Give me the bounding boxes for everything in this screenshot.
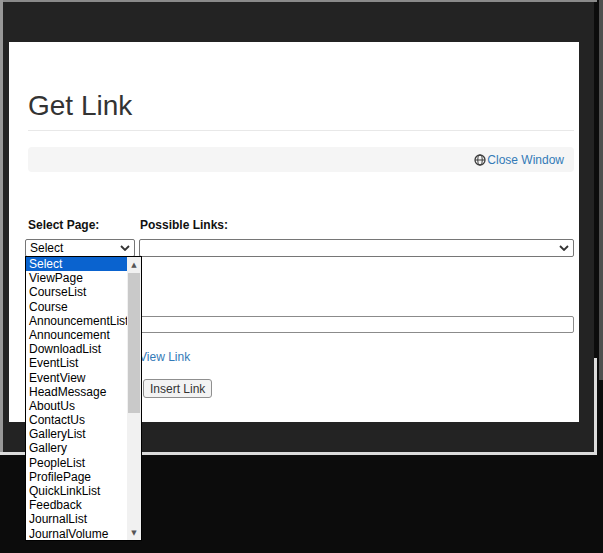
scrollbar-down-arrow-icon[interactable]: ▼ (127, 525, 141, 540)
select-page-value: Select (30, 241, 120, 255)
possible-links-label: Possible Links: (140, 218, 228, 232)
dropdown-option[interactable]: EventView (26, 371, 127, 385)
dropdown-option[interactable]: AnnouncementList (26, 314, 127, 328)
window-frame-left (0, 0, 3, 453)
scrollbar-up-arrow-icon[interactable]: ▲ (127, 257, 141, 272)
dropdown-option[interactable]: HeadMessage (26, 385, 127, 399)
chevron-down-icon (120, 245, 130, 251)
dropdown-option[interactable]: Announcement (26, 328, 127, 342)
dropdown-option[interactable]: Select (26, 257, 127, 271)
window-frame-top (0, 0, 597, 2)
close-window-link[interactable]: Close Window (474, 153, 564, 167)
scrollbar-thumb[interactable] (128, 273, 140, 413)
possible-links-dropdown[interactable] (139, 239, 574, 257)
dropdown-option[interactable]: Gallery (26, 441, 127, 455)
link-url-input[interactable] (139, 316, 574, 333)
view-link[interactable]: View Link (139, 350, 190, 364)
select-page-label: Select Page: (28, 218, 99, 232)
title-divider (28, 130, 574, 131)
select-page-open-list: SelectViewPageCourseListCourseAnnounceme… (25, 256, 142, 541)
dropdown-option[interactable]: AboutUs (26, 399, 127, 413)
dropdown-option[interactable]: GalleryList (26, 427, 127, 441)
dropdown-option[interactable]: Course (26, 300, 127, 314)
dropdown-option[interactable]: CourseList (26, 285, 127, 299)
select-page-dropdown[interactable]: Select (25, 239, 135, 257)
dropdown-option[interactable]: DownloadList (26, 342, 127, 356)
dropdown-option[interactable]: ContactUs (26, 413, 127, 427)
dropdown-option[interactable]: ProfilePage (26, 470, 127, 484)
dropdown-option[interactable]: Feedback (26, 498, 127, 512)
insert-link-button[interactable]: Insert Link (143, 379, 212, 398)
dropdown-option[interactable]: PeopleList (26, 456, 127, 470)
dropdown-list-items: SelectViewPageCourseListCourseAnnounceme… (26, 257, 127, 540)
dropdown-scrollbar[interactable]: ▲ ▼ (127, 257, 141, 540)
background-window-edge (599, 0, 603, 380)
page-title: Get Link (28, 90, 132, 122)
close-window-label: Close Window (487, 153, 564, 167)
dialog-toolbar: Close Window (28, 147, 574, 172)
chevron-down-icon (559, 245, 569, 251)
dropdown-option[interactable]: JournalList (26, 512, 127, 526)
dropdown-option[interactable]: EventList (26, 356, 127, 370)
dropdown-option[interactable]: QuickLinkList (26, 484, 127, 498)
window-frame-right (594, 358, 597, 455)
dropdown-option[interactable]: JournalVolume (26, 527, 127, 540)
globe-icon (474, 154, 486, 166)
dropdown-option[interactable]: ViewPage (26, 271, 127, 285)
